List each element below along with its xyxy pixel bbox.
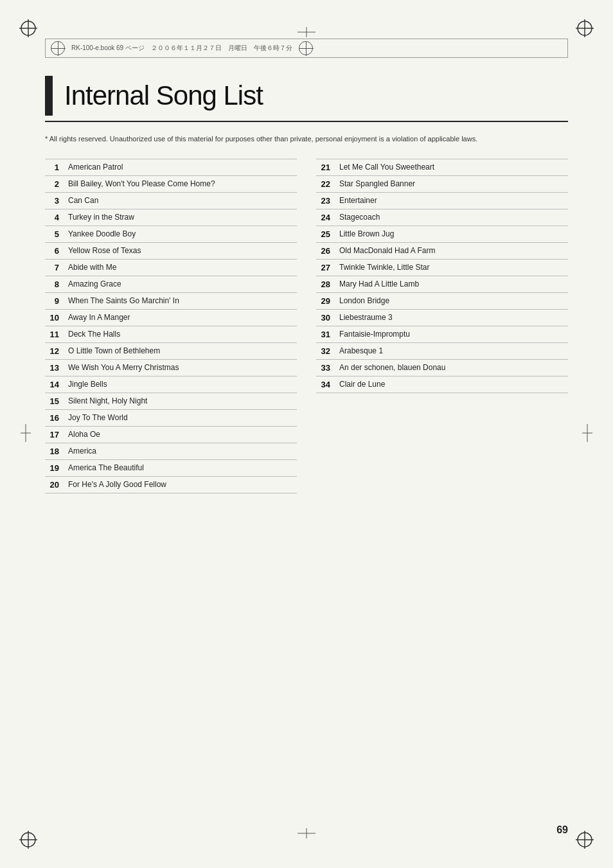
list-item: 17 Aloha Oe bbox=[45, 426, 297, 443]
list-item: 5 Yankee Doodle Boy bbox=[45, 226, 297, 242]
song-number: 28 bbox=[316, 276, 337, 292]
song-title: Deck The Halls bbox=[66, 326, 297, 342]
song-title: Twinkle Twinkle, Little Star bbox=[337, 259, 568, 276]
song-number: 14 bbox=[45, 376, 66, 393]
bottom-center-mark bbox=[298, 828, 315, 841]
corner-mark-tr bbox=[576, 19, 594, 37]
list-item: 21 Let Me Call You Sweetheart bbox=[316, 159, 568, 175]
song-title: Mary Had A Little Lamb bbox=[337, 276, 568, 292]
list-item: 14 Jingle Bells bbox=[45, 376, 297, 393]
song-number: 2 bbox=[45, 175, 66, 192]
list-item: 16 Joy To The World bbox=[45, 409, 297, 426]
song-title: For He's A Jolly Good Fellow bbox=[66, 476, 297, 493]
song-number: 32 bbox=[316, 342, 337, 359]
corner-mark-bl bbox=[19, 831, 37, 849]
song-title: Stagecoach bbox=[337, 209, 568, 226]
list-item: 8 Amazing Grace bbox=[45, 276, 297, 292]
list-item: 18 America bbox=[45, 443, 297, 459]
list-item: 12 O Little Town of Bethlehem bbox=[45, 342, 297, 359]
song-column-right: 21 Let Me Call You Sweetheart 22 Star Sp… bbox=[316, 159, 568, 493]
list-item: 6 Yellow Rose of Texas bbox=[45, 242, 297, 259]
song-number: 1 bbox=[45, 159, 66, 175]
list-item: 30 Liebestraume 3 bbox=[316, 309, 568, 326]
list-item: 28 Mary Had A Little Lamb bbox=[316, 276, 568, 292]
song-title: Liebestraume 3 bbox=[337, 309, 568, 326]
song-number: 18 bbox=[45, 443, 66, 459]
song-number: 20 bbox=[45, 476, 66, 493]
song-number: 15 bbox=[45, 393, 66, 409]
song-number: 11 bbox=[45, 326, 66, 342]
top-center-mark bbox=[298, 27, 315, 40]
song-number: 4 bbox=[45, 209, 66, 226]
song-number: 10 bbox=[45, 309, 66, 326]
song-title: Away In A Manger bbox=[66, 309, 297, 326]
list-item: 23 Entertainer bbox=[316, 192, 568, 209]
song-title: We Wish You A Merry Christmas bbox=[66, 359, 297, 376]
list-item: 3 Can Can bbox=[45, 192, 297, 209]
list-item: 10 Away In A Manger bbox=[45, 309, 297, 326]
song-number: 23 bbox=[316, 192, 337, 209]
song-number: 26 bbox=[316, 242, 337, 259]
song-title: Entertainer bbox=[337, 192, 568, 209]
song-number: 5 bbox=[45, 226, 66, 242]
song-number: 17 bbox=[45, 426, 66, 443]
right-mid-mark bbox=[582, 424, 592, 445]
song-number: 21 bbox=[316, 159, 337, 175]
corner-mark-br bbox=[576, 831, 594, 849]
corner-mark-tl bbox=[19, 19, 37, 37]
song-number: 22 bbox=[316, 175, 337, 192]
song-title: Star Spangled Banner bbox=[337, 175, 568, 192]
song-number: 9 bbox=[45, 292, 66, 309]
list-item: 15 Silent Night, Holy Night bbox=[45, 393, 297, 409]
list-item: 27 Twinkle Twinkle, Little Star bbox=[316, 259, 568, 276]
song-title: Joy To The World bbox=[66, 409, 297, 426]
song-number: 29 bbox=[316, 292, 337, 309]
list-item: 11 Deck The Halls bbox=[45, 326, 297, 342]
song-number: 27 bbox=[316, 259, 337, 276]
song-number: 25 bbox=[316, 226, 337, 242]
list-item: 32 Arabesque 1 bbox=[316, 342, 568, 359]
list-item: 31 Fantaisie-Impromptu bbox=[316, 326, 568, 342]
song-number: 33 bbox=[316, 359, 337, 376]
song-number: 7 bbox=[45, 259, 66, 276]
list-item: 13 We Wish You A Merry Christmas bbox=[45, 359, 297, 376]
list-item: 26 Old MacDonald Had A Farm bbox=[316, 242, 568, 259]
song-title: Abide with Me bbox=[66, 259, 297, 276]
song-title: Silent Night, Holy Night bbox=[66, 393, 297, 409]
notice-text: * All rights reserved. Unauthorized use … bbox=[45, 134, 568, 145]
song-number: 19 bbox=[45, 459, 66, 476]
song-title: Yellow Rose of Texas bbox=[66, 242, 297, 259]
list-item: 24 Stagecoach bbox=[316, 209, 568, 226]
title-accent-bar bbox=[45, 76, 53, 116]
song-title: An der schonen, blauen Donau bbox=[337, 359, 568, 376]
page: RK-100-e.book 69 ページ ２００６年１１月２７日 月曜日 午後６… bbox=[0, 0, 613, 868]
song-title: O Little Town of Bethlehem bbox=[66, 342, 297, 359]
song-title: Bill Bailey, Won't You Please Come Home? bbox=[66, 175, 297, 192]
title-section: Internal Song List bbox=[45, 76, 568, 122]
song-title: Can Can bbox=[66, 192, 297, 209]
song-title: When The Saints Go Marchin' In bbox=[66, 292, 297, 309]
list-item: 34 Clair de Lune bbox=[316, 376, 568, 393]
list-item: 20 For He's A Jolly Good Fellow bbox=[45, 476, 297, 493]
left-mid-mark bbox=[21, 424, 31, 445]
list-item: 33 An der schonen, blauen Donau bbox=[316, 359, 568, 376]
song-title: Aloha Oe bbox=[66, 426, 297, 443]
song-number: 31 bbox=[316, 326, 337, 342]
list-item: 7 Abide with Me bbox=[45, 259, 297, 276]
song-title: America bbox=[66, 443, 297, 459]
header-text: RK-100-e.book 69 ページ ２００６年１１月２７日 月曜日 午後６… bbox=[71, 44, 292, 53]
song-title: America The Beautiful bbox=[66, 459, 297, 476]
song-number: 8 bbox=[45, 276, 66, 292]
song-number: 12 bbox=[45, 342, 66, 359]
song-title: Clair de Lune bbox=[337, 376, 568, 393]
page-number: 69 bbox=[556, 824, 568, 836]
song-title: Old MacDonald Had A Farm bbox=[337, 242, 568, 259]
song-table-right: 21 Let Me Call You Sweetheart 22 Star Sp… bbox=[316, 159, 568, 393]
song-table-left: 1 American Patrol 2 Bill Bailey, Won't Y… bbox=[45, 159, 297, 493]
song-number: 24 bbox=[316, 209, 337, 226]
list-item: 2 Bill Bailey, Won't You Please Come Hom… bbox=[45, 175, 297, 192]
header-crosshair-icon bbox=[51, 41, 65, 55]
list-item: 19 America The Beautiful bbox=[45, 459, 297, 476]
list-item: 1 American Patrol bbox=[45, 159, 297, 175]
song-column-left: 1 American Patrol 2 Bill Bailey, Won't Y… bbox=[45, 159, 297, 493]
